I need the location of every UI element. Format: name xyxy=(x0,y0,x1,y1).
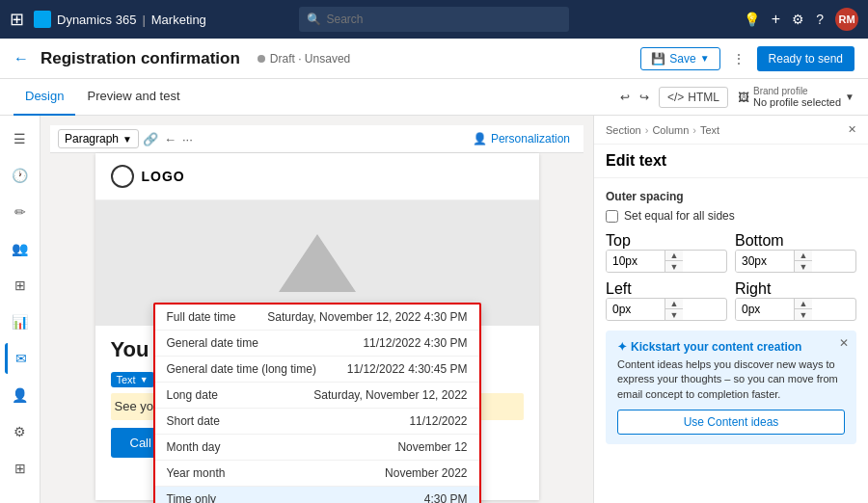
brand: Dynamics 365 | Marketing xyxy=(34,11,206,28)
lightbulb-icon[interactable]: 💡 xyxy=(744,12,760,27)
save-caret[interactable]: ▼ xyxy=(700,53,710,64)
dropdown-row-value: Saturday, November 12, 2022 4:30 PM xyxy=(267,310,467,324)
left-sidebar: ☰ 🕐 ✏ 👥 ⊞ 📊 ✉ 👤 ⚙ ⊞ xyxy=(0,116,41,503)
sidebar-apps-icon[interactable]: ⊞ xyxy=(5,453,36,484)
dropdown-row[interactable]: Year monthNovember 2022 xyxy=(155,461,479,487)
panel-title: Edit text xyxy=(606,152,666,170)
sidebar-chart-icon[interactable]: 📊 xyxy=(5,306,36,337)
personalization-button[interactable]: 👤 Personalization xyxy=(467,130,576,147)
breadcrumb-text: Text xyxy=(700,124,719,136)
kickstart-card: ✕ ✦ Kickstart your content creation Cont… xyxy=(606,331,856,444)
sidebar-edit-icon[interactable]: ✏ xyxy=(5,197,36,227)
right-spacing: Right ▲ ▼ xyxy=(735,280,856,321)
left-down-arrow[interactable]: ▼ xyxy=(665,309,683,320)
content-ideas-button[interactable]: Use Content ideas xyxy=(617,410,845,435)
equal-sides-checkbox[interactable] xyxy=(606,210,618,223)
sidebar-clock-icon[interactable]: 🕐 xyxy=(5,160,36,191)
panel-breadcrumb: Section › Column › Text ✕ xyxy=(594,116,868,145)
dropdown-row[interactable]: Month dayNovember 12 xyxy=(155,435,479,461)
more-icon[interactable]: ··· xyxy=(182,132,193,146)
paragraph-select[interactable]: Paragraph ▼ xyxy=(58,129,139,148)
search-input[interactable] xyxy=(327,13,561,26)
ready-to-send-button[interactable]: Ready to send xyxy=(757,46,854,71)
dropdown-row[interactable]: General date time11/12/2022 4:30 PM xyxy=(155,331,479,357)
bottom-input[interactable] xyxy=(736,251,794,272)
search-bar[interactable]: 🔍 xyxy=(299,7,569,32)
logo-circle xyxy=(111,165,134,188)
settings-icon[interactable]: ⚙ xyxy=(792,12,804,27)
dropdown-row-label: Short date xyxy=(167,414,410,428)
dropdown-row-label: General date time (long time) xyxy=(167,362,347,376)
sidebar-email-icon[interactable]: ✉ xyxy=(5,343,36,374)
right-input[interactable] xyxy=(736,299,794,320)
tab-preview[interactable]: Preview and test xyxy=(75,79,191,116)
top-label: Top xyxy=(606,232,631,249)
dropdown-row-value: 11/12/2022 4:30:45 PM xyxy=(347,362,468,376)
top-input[interactable] xyxy=(607,251,665,272)
dropdown-row[interactable]: Long dateSaturday, November 12, 2022 xyxy=(155,383,479,409)
plus-icon[interactable]: + xyxy=(772,11,780,28)
search-icon: 🔍 xyxy=(307,13,321,26)
more-options-button[interactable]: ⋮ xyxy=(728,47,749,70)
breadcrumb-sep-1: › xyxy=(645,124,649,136)
kickstart-close-button[interactable]: ✕ xyxy=(839,336,849,350)
right-label: Right xyxy=(735,280,771,297)
email-canvas: LOGO You are registered for Text ▼ See y… xyxy=(95,153,539,500)
sidebar-contact-icon[interactable]: 👤 xyxy=(5,380,36,410)
sidebar-settings-icon[interactable]: ⚙ xyxy=(5,416,36,447)
dropdown-row[interactable]: Time only4:30 PM xyxy=(155,487,479,503)
dropdown-row[interactable]: Full date timeSaturday, November 12, 202… xyxy=(155,304,479,331)
sidebar-menu-icon[interactable]: ☰ xyxy=(5,123,36,154)
right-up-arrow[interactable]: ▲ xyxy=(795,299,812,309)
page-title: Registration confirmation xyxy=(41,49,240,68)
arrow-left-icon[interactable]: ← xyxy=(164,132,176,146)
dropdown-row-label: Month day xyxy=(167,440,398,454)
dropdown-row-label: Long date xyxy=(167,388,314,402)
bottom-down-arrow[interactable]: ▼ xyxy=(795,261,812,272)
bottom-up-arrow[interactable]: ▲ xyxy=(795,251,812,261)
sidebar-filter-icon[interactable]: ⊞ xyxy=(5,270,36,301)
text-selected-bar[interactable]: Text ▼ xyxy=(111,372,154,387)
dropdown-row-label: Year month xyxy=(167,466,386,480)
tab-design[interactable]: Design xyxy=(14,79,75,116)
left-input-group: ▲ ▼ xyxy=(606,298,727,321)
brand-profile-selector[interactable]: 🖼 Brand profile No profile selected ▼ xyxy=(738,86,854,108)
save-icon: 💾 xyxy=(651,52,665,66)
avatar[interactable]: RM xyxy=(835,8,858,31)
bottom-label: Bottom xyxy=(735,232,784,249)
link-icon[interactable]: 🔗 xyxy=(143,132,158,146)
app-name: Dynamics 365 xyxy=(57,13,136,27)
page-toolbar: ← Registration confirmation Draft · Unsa… xyxy=(0,39,868,79)
spacing-grid: Top ▲ ▼ Bottom ▲ ▼ xyxy=(606,232,856,321)
person-icon: 👤 xyxy=(473,132,487,146)
html-icon: </> xyxy=(667,91,684,104)
top-up-arrow[interactable]: ▲ xyxy=(665,251,683,261)
breadcrumb-sep-2: › xyxy=(692,124,696,136)
dropdown-row-label: General date time xyxy=(167,336,364,350)
html-button[interactable]: </> HTML xyxy=(659,87,728,108)
sidebar-people-icon[interactable]: 👥 xyxy=(5,233,36,264)
dropdown-row[interactable]: Short date11/12/2022 xyxy=(155,409,479,435)
panel-body: Outer spacing Set equal for all sides To… xyxy=(594,178,868,503)
redo-button[interactable]: ↪ xyxy=(639,91,649,104)
top-spacing: Top ▲ ▼ xyxy=(606,232,727,273)
back-button[interactable]: ← xyxy=(14,50,29,67)
sub-toolbar-right: ↩ ↪ </> HTML 🖼 Brand profile No profile … xyxy=(620,86,854,108)
right-down-arrow[interactable]: ▼ xyxy=(795,309,812,320)
undo-button[interactable]: ↩ xyxy=(620,91,630,104)
help-icon[interactable]: ? xyxy=(816,12,824,27)
grid-icon[interactable]: ⊞ xyxy=(10,9,24,30)
panel-close-button[interactable]: ✕ xyxy=(848,123,856,136)
left-label: Left xyxy=(606,280,632,297)
kickstart-title: ✦ Kickstart your content creation xyxy=(617,340,845,354)
breadcrumb-section: Section xyxy=(606,124,641,136)
dropdown-row[interactable]: General date time (long time)11/12/2022 … xyxy=(155,357,479,383)
left-input[interactable] xyxy=(607,299,665,320)
save-button[interactable]: 💾 Save ▼ xyxy=(640,47,719,70)
brand-caret-icon: ▼ xyxy=(845,92,854,102)
draft-label: Draft · Unsaved xyxy=(270,52,350,66)
left-up-arrow[interactable]: ▲ xyxy=(665,299,683,309)
top-down-arrow[interactable]: ▼ xyxy=(665,261,683,272)
outer-spacing-label: Outer spacing xyxy=(606,190,856,203)
canvas-area: Paragraph ▼ 🔗 ← ··· 👤 Personalization LO… xyxy=(41,116,593,503)
